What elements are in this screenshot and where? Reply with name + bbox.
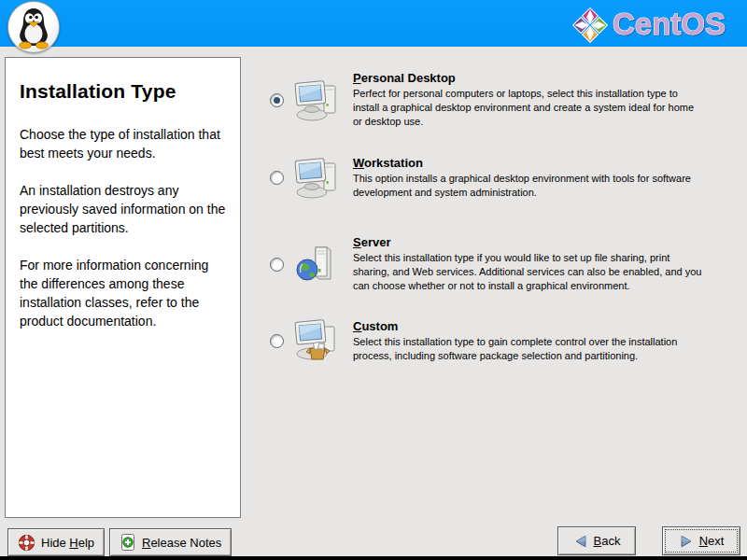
desktop-computer-icon (293, 77, 342, 122)
radio-personal-desktop[interactable] (270, 93, 284, 107)
option-text: Custom Select this installation type to … (353, 319, 702, 363)
centos-wordmark: CentOS (613, 5, 741, 44)
centos-logo: CentOS (571, 5, 741, 44)
release-notes-icon (120, 533, 136, 552)
radio-custom[interactable] (270, 334, 284, 348)
mnemonic: S (353, 235, 361, 249)
option-description: Perfect for personal computers or laptop… (353, 87, 702, 129)
title-rest: ersonal Desktop (361, 71, 456, 85)
back-label: Back (594, 534, 621, 548)
option-description: Select this installation type to gain co… (353, 335, 702, 363)
brand-text: CentOS (613, 7, 726, 41)
tux-penguin-icon (8, 2, 59, 52)
option-title[interactable]: Personal Desktop (353, 71, 702, 85)
hide-help-button[interactable]: Hide Help (7, 528, 105, 556)
help-paragraph: Choose the type of installation that bes… (20, 125, 226, 162)
release-notes-label: Release Notes (142, 536, 221, 550)
option-description: Select this installation type if you wou… (353, 251, 702, 293)
mnemonic: C (353, 319, 361, 333)
life-ring-icon (18, 534, 35, 552)
next-button[interactable]: Next (662, 526, 740, 555)
radio-workstation[interactable] (270, 171, 284, 185)
title-rest: erver (361, 235, 391, 249)
option-text: Workstation This option installs a graph… (353, 156, 702, 200)
mnemonic: P (353, 71, 361, 85)
option-server: Server Select this installation type if … (270, 235, 709, 293)
option-title[interactable]: Custom (353, 319, 702, 333)
page-title: Installation Type (20, 80, 226, 103)
next-arrow-icon (679, 534, 694, 549)
mnemonic: W (353, 156, 364, 170)
option-text: Personal Desktop Perfect for personal co… (353, 71, 702, 129)
option-description: This option installs a graphical desktop… (353, 172, 702, 200)
help-paragraph: For more information concerning the diff… (20, 256, 226, 330)
next-label: Next (699, 534, 725, 548)
centos-pinwheel-icon (571, 6, 609, 43)
workstation-computer-icon (293, 155, 342, 200)
bottom-black-strip (0, 556, 747, 560)
title-rest: orkstation (364, 156, 423, 170)
radio-server[interactable] (270, 258, 284, 272)
back-button[interactable]: Back (557, 526, 636, 555)
option-workstation: Workstation This option installs a graph… (270, 155, 709, 200)
help-paragraph: An installation destroys any previously … (20, 181, 226, 237)
back-arrow-icon (573, 534, 588, 549)
option-text: Server Select this installation type if … (353, 235, 702, 293)
release-notes-button[interactable]: Release Notes (109, 528, 232, 556)
server-icon (293, 242, 342, 287)
option-personal-desktop: Personal Desktop Perfect for personal co… (270, 71, 709, 129)
custom-box-computer-icon (293, 318, 342, 363)
hide-help-label: Hide Help (41, 536, 94, 550)
option-custom: Custom Select this installation type to … (270, 318, 709, 363)
tux-logo (7, 1, 60, 53)
help-panel: Installation Type Choose the type of ins… (5, 57, 241, 518)
option-title[interactable]: Server (353, 235, 702, 249)
installer-window: CentOS Installation Type Choose the type… (0, 0, 747, 560)
option-title[interactable]: Workstation (353, 156, 702, 170)
title-rest: ustom (361, 319, 398, 333)
